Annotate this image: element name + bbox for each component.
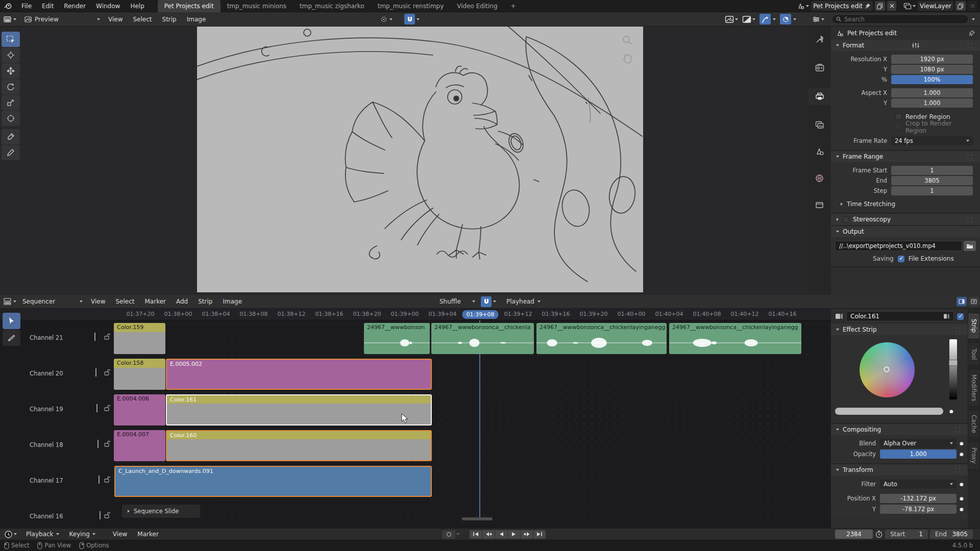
preview-menu-strip[interactable]: Strip <box>157 13 182 26</box>
tab-scene[interactable] <box>808 143 831 160</box>
menu-render[interactable]: Render <box>59 0 91 12</box>
browse-viewlayer-button[interactable] <box>903 3 916 10</box>
tool-annotate[interactable] <box>2 145 20 160</box>
channel-20-mute-checkbox[interactable] <box>95 368 96 377</box>
sequencer-menu-select[interactable]: Select <box>110 295 139 308</box>
workspace-tab-tmp-music-minions[interactable]: tmp_music minions <box>220 0 293 12</box>
panel-effect-strip-header[interactable]: Effect Strip ⡁⡁ <box>831 324 968 335</box>
tab-output[interactable] <box>808 88 831 105</box>
strip-audio-2[interactable]: 24967__wwwbonsonca__chickenla <box>431 323 534 354</box>
workspace-tab-tmp-music-renstimpy[interactable]: tmp_music renstimpy <box>371 0 451 12</box>
file-extensions-checkbox[interactable] <box>898 256 904 262</box>
blender-logo-icon[interactable] <box>0 3 16 10</box>
panel-stereoscopy-header[interactable]: Stereoscopy ⡁⡁ <box>831 214 980 225</box>
sidebar-tab-modifiers[interactable]: Modifiers <box>968 369 980 407</box>
stopwatch-icon[interactable] <box>875 530 883 538</box>
strip-color-161[interactable]: Color.161 <box>166 394 432 425</box>
keying-menu[interactable]: Keying <box>64 528 101 540</box>
sequencer-menu-view[interactable]: View <box>86 295 110 308</box>
resolution-x-field[interactable]: 1920 px <box>891 55 973 64</box>
strip-name-field[interactable]: Color.161 <box>846 311 954 321</box>
panel-drag-grip[interactable]: ⡁⡁ <box>967 43 975 48</box>
color-swatch-bar[interactable] <box>835 408 943 415</box>
sequencer-menu-marker[interactable]: Marker <box>140 295 171 308</box>
panel-drag-grip[interactable]: ⡁⡁ <box>955 327 963 332</box>
open-folder-button[interactable] <box>964 241 976 251</box>
channel-19-lock-icon[interactable] <box>104 405 110 412</box>
browse-scene-button[interactable] <box>797 3 809 10</box>
menu-edit[interactable]: Edit <box>37 0 59 12</box>
channel-label-17[interactable]: Channel 17 <box>30 477 63 484</box>
tool-scale[interactable] <box>2 95 20 110</box>
preview-menu-select[interactable]: Select <box>128 13 157 26</box>
next-keyframe-button[interactable] <box>521 530 533 539</box>
color-keyframe-dot[interactable]: ● <box>948 409 954 414</box>
frame-start-field[interactable]: 1 <box>891 166 973 175</box>
sequence-slide-panel[interactable]: Sequence Slide <box>122 505 200 518</box>
panel-format-header[interactable]: Format ⡁⡁ <box>831 40 980 51</box>
overlays-toggle[interactable] <box>780 14 791 24</box>
delete-viewlayer-button[interactable] <box>968 1 977 11</box>
channel-21-lock-icon[interactable] <box>104 333 110 340</box>
panel-drag-grip[interactable]: ⡁⡁ <box>967 229 975 234</box>
position-x-field[interactable]: -132.172 px <box>880 494 957 503</box>
panel-drag-grip[interactable]: ⡁⡁ <box>955 467 963 472</box>
tool-cursor[interactable] <box>2 47 20 63</box>
resolution-y-field[interactable]: 1080 px <box>891 65 973 74</box>
breadcrumb-scene-name[interactable]: Pet Projects edit <box>847 30 897 37</box>
editor-type-button-properties[interactable] <box>808 16 828 23</box>
jump-to-start-button[interactable] <box>470 530 482 539</box>
opacity-slider[interactable]: 1.000 <box>880 449 957 459</box>
strip-e0005-002[interactable]: E.0005.002 <box>166 359 432 390</box>
preview-canvas[interactable] <box>0 27 808 295</box>
strip-color-160[interactable]: Color.160 <box>166 430 432 461</box>
jump-to-end-button[interactable] <box>533 530 546 539</box>
auto-keying-button[interactable] <box>442 530 455 539</box>
aspect-x-field[interactable]: 1.000 <box>891 88 973 97</box>
channel-17-mute-checkbox[interactable] <box>99 475 100 484</box>
snap-target-dropdown[interactable]: Playhead <box>503 296 543 307</box>
tool-move[interactable] <box>2 63 20 79</box>
timeline-menu-marker[interactable]: Marker <box>132 528 163 540</box>
menu-help[interactable]: Help <box>125 0 149 12</box>
sequencer-menu-add[interactable]: Add <box>171 295 193 308</box>
timeline-scrollbar[interactable] <box>462 517 493 520</box>
overlays-options-chevron[interactable] <box>793 18 796 20</box>
pin-icon[interactable] <box>968 30 975 37</box>
panel-drag-grip[interactable]: ⡁⡁ <box>967 217 975 222</box>
panel-drag-grip[interactable]: ⡁⡁ <box>955 427 963 432</box>
format-presets-icon[interactable] <box>912 42 920 48</box>
strip-audio-3[interactable]: 24967__wwwbonsonca__chickenlayinganegg <box>536 323 667 354</box>
current-frame-field[interactable]: 2384 <box>835 530 873 539</box>
channel-display-button[interactable] <box>742 15 755 23</box>
panel-frame-range-header[interactable]: Frame Range ⡁⡁ <box>831 151 980 162</box>
sequencer-menu-strip[interactable]: Strip <box>193 295 217 308</box>
properties-search-input[interactable] <box>844 16 964 23</box>
channel-label-18[interactable]: Channel 18 <box>30 441 63 448</box>
seq-tool-select[interactable] <box>3 313 20 329</box>
preview-display-mode-dropdown[interactable]: Preview <box>21 14 103 25</box>
pivot-point-button[interactable] <box>380 16 393 23</box>
channel-label-21[interactable]: Channel 21 <box>30 334 63 341</box>
frame-end-field[interactable]: 3805 <box>891 176 973 185</box>
fade-icon[interactable] <box>943 313 950 319</box>
aspect-y-field[interactable]: 1.000 <box>891 98 973 108</box>
pan-hand-icon[interactable] <box>622 53 633 64</box>
tool-transform[interactable] <box>2 111 20 126</box>
position-y-field[interactable]: -78.172 px <box>880 505 957 514</box>
stereoscopy-checkbox[interactable] <box>843 216 849 223</box>
workspace-tab-video-editing[interactable]: Video Editing <box>450 0 504 12</box>
sequencer-view-type-dropdown[interactable]: Sequencer <box>19 296 86 307</box>
channel-21-mute-checkbox[interactable] <box>94 333 95 341</box>
channel-19-mute-checkbox[interactable] <box>96 404 97 412</box>
snap-toggle-sequencer[interactable] <box>481 296 492 307</box>
start-frame-field[interactable]: Start1 <box>885 530 928 539</box>
channel-label-20[interactable]: Channel 20 <box>30 370 63 377</box>
preview-menu-image[interactable]: Image <box>182 13 211 26</box>
blend-keyframe-dot[interactable]: ● <box>959 441 965 446</box>
preview-menu-view[interactable]: View <box>103 13 128 26</box>
strip-audio-4[interactable]: 24967__wwwbonsonca__chickenlayinganegg <box>669 323 801 354</box>
panel-transform-header[interactable]: Transform ⡁⡁ <box>831 464 968 475</box>
frame-rate-dropdown[interactable]: 24 fps <box>891 136 973 145</box>
sequencer-timeline[interactable]: 01:37+20 01:38+00 01:38+04 01:38+08 01:3… <box>0 309 831 528</box>
